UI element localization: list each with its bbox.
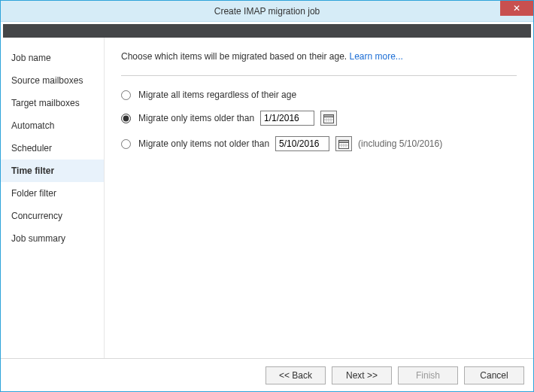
sidebar-item-label: Scheduler	[11, 143, 52, 153]
label-migrate-all: Migrate all items regardless of their ag…	[138, 90, 296, 100]
radio-migrate-older[interactable]	[121, 114, 131, 123]
sidebar-item-label: Job summary	[11, 233, 65, 244]
wizard-sidebar: Job name Source mailboxes Target mailbox…	[1, 38, 105, 358]
sidebar-item-source-mailboxes[interactable]: Source mailboxes	[1, 69, 104, 92]
sidebar-item-concurrency[interactable]: Concurrency	[1, 205, 104, 227]
radio-migrate-not-older[interactable]	[121, 139, 131, 149]
divider	[121, 75, 517, 76]
toolbar-strip	[3, 24, 531, 38]
wizard-window: Create IMAP migration job ✕ Job name Sou…	[0, 0, 534, 392]
finish-button[interactable]: Finish	[398, 366, 458, 384]
sidebar-item-label: Automatch	[11, 120, 54, 131]
learn-more-link[interactable]: Learn more...	[350, 51, 403, 62]
including-note: (including 5/10/2016)	[358, 138, 442, 149]
calendar-icon	[323, 114, 334, 123]
radio-migrate-all[interactable]	[121, 90, 131, 100]
calendar-icon	[338, 139, 349, 149]
sidebar-item-folder-filter[interactable]: Folder filter	[1, 182, 104, 205]
sidebar-item-label: Source mailboxes	[11, 75, 83, 86]
sidebar-item-automatch[interactable]: Automatch	[1, 114, 104, 137]
back-button[interactable]: << Back	[265, 366, 326, 384]
wizard-content: Choose which items will be migrated base…	[105, 38, 533, 358]
wizard-footer: << Back Next >> Finish Cancel	[1, 358, 533, 391]
date-older-input[interactable]	[260, 111, 314, 126]
date-not-older-picker-button[interactable]	[335, 136, 352, 151]
close-icon: ✕	[513, 4, 520, 13]
svg-rect-1	[324, 114, 334, 117]
sidebar-item-label: Concurrency	[11, 211, 62, 221]
sidebar-item-label: Folder filter	[11, 188, 56, 199]
sidebar-item-label: Time filter	[11, 166, 54, 176]
sidebar-item-label: Target mailboxes	[11, 98, 80, 108]
option-migrate-older-row: Migrate only items older than	[121, 111, 517, 126]
window-title: Create IMAP migration job	[214, 6, 320, 17]
date-older-picker-button[interactable]	[320, 111, 337, 126]
wizard-body: Job name Source mailboxes Target mailbox…	[1, 38, 533, 358]
date-not-older-input[interactable]	[275, 136, 329, 151]
sidebar-item-time-filter[interactable]: Time filter	[1, 160, 104, 182]
label-migrate-older: Migrate only items older than	[138, 113, 254, 123]
option-migrate-not-older-row: Migrate only items not older than (inclu…	[121, 136, 517, 151]
intro-text: Choose which items will be migrated base…	[121, 51, 350, 62]
intro-text-row: Choose which items will be migrated base…	[121, 51, 517, 62]
label-migrate-not-older: Migrate only items not older than	[138, 138, 269, 149]
titlebar: Create IMAP migration job ✕	[1, 1, 533, 22]
sidebar-item-scheduler[interactable]: Scheduler	[1, 137, 104, 160]
sidebar-item-job-name[interactable]: Job name	[1, 47, 104, 69]
sidebar-item-target-mailboxes[interactable]: Target mailboxes	[1, 92, 104, 114]
next-button[interactable]: Next >>	[332, 366, 392, 384]
option-migrate-all-row: Migrate all items regardless of their ag…	[121, 90, 517, 100]
sidebar-item-label: Job name	[11, 53, 51, 63]
sidebar-item-job-summary[interactable]: Job summary	[1, 227, 104, 250]
close-button[interactable]: ✕	[500, 1, 533, 16]
svg-rect-7	[339, 140, 349, 142]
cancel-button[interactable]: Cancel	[464, 366, 524, 384]
